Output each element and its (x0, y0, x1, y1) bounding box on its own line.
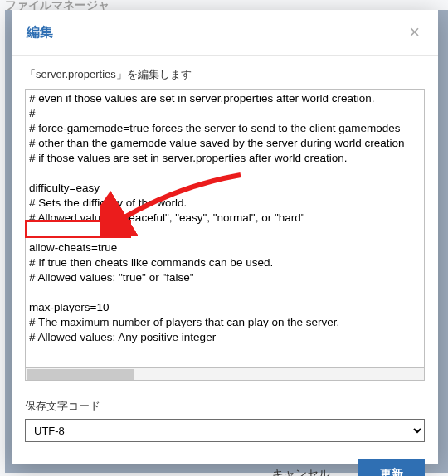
encoding-select[interactable]: UTF-8 (25, 419, 425, 442)
editor-line[interactable]: # Sets the difficulty of the world. (29, 196, 421, 211)
editor-line[interactable]: # Allowed values: Any positive integer (29, 330, 421, 345)
modal-footer: キャンセル 更新 (12, 447, 438, 476)
editor-line[interactable]: # Allowed values: "peaceful", "easy", "n… (29, 211, 421, 226)
editor-line[interactable]: # other than the gamemode value saved by… (29, 136, 421, 151)
editor-line[interactable] (29, 345, 421, 355)
edit-description: 「server.properties」を編集します (25, 67, 425, 82)
editor-line[interactable] (29, 285, 421, 300)
editor-line[interactable]: # even if those values are set in server… (29, 91, 421, 106)
scrollbar-thumb[interactable] (27, 369, 134, 381)
editor-line[interactable] (29, 226, 421, 240)
close-icon[interactable]: × (406, 22, 423, 43)
update-button[interactable]: 更新 (358, 459, 425, 476)
cancel-button[interactable]: キャンセル (259, 459, 343, 476)
editor-line[interactable]: difficulty=easy (29, 181, 421, 196)
file-editor[interactable]: # even if those values are set in server… (26, 90, 424, 355)
editor-line[interactable]: # Allowed values: "true" or "false" (29, 270, 421, 285)
encoding-label: 保存文字コード (25, 399, 425, 414)
modal-title: 編集 (27, 24, 53, 41)
editor-line[interactable]: # (29, 106, 421, 121)
file-editor-wrap: # even if those values are set in server… (25, 89, 425, 367)
modal-header: 編集 × (12, 10, 438, 56)
editor-line[interactable]: allow-cheats=true (29, 240, 421, 255)
editor-line[interactable]: max-players=10 (29, 300, 421, 315)
edit-modal: 編集 × 「server.properties」を編集します # even if… (12, 10, 438, 464)
modal-body: 「server.properties」を編集します # even if thos… (12, 56, 438, 447)
editor-line[interactable] (29, 166, 421, 181)
editor-line[interactable]: # The maximum number of players that can… (29, 315, 421, 330)
editor-line[interactable]: # If true then cheats like commands can … (29, 255, 421, 270)
editor-line[interactable]: # if those values are set in server.prop… (29, 151, 421, 166)
editor-line[interactable]: # force-gamemode=true forces the server … (29, 121, 421, 136)
editor-horizontal-scrollbar[interactable] (25, 367, 425, 381)
